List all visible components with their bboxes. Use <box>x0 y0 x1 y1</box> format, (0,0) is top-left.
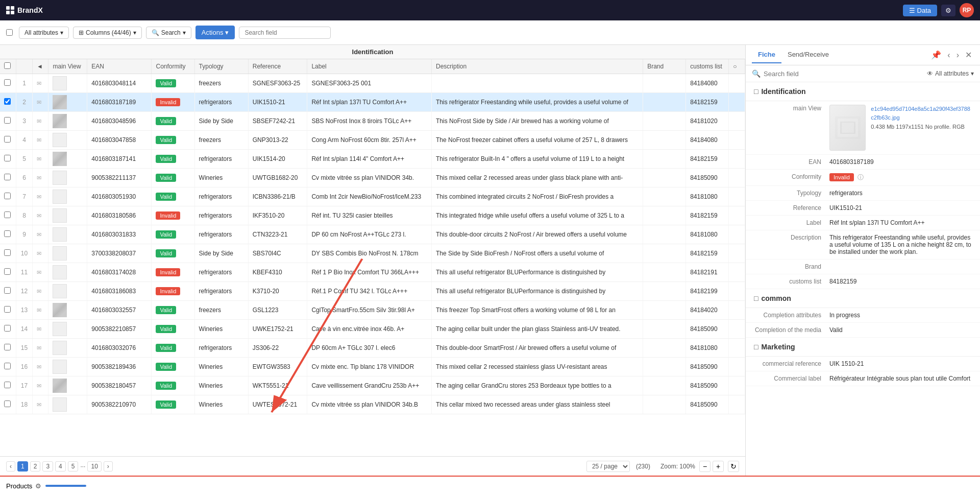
table-row[interactable]: 10 ✉ 3700338208037 Valid Side by Side SB… <box>0 244 745 263</box>
row-customs: 84181080 <box>686 339 729 358</box>
row-label: SGNESF3063-25 001 <box>307 74 432 93</box>
table-row[interactable]: 4 ✉ 4016803047858 Valid freezers GNP3013… <box>0 131 745 150</box>
row-brand <box>643 150 686 169</box>
page-10-btn[interactable]: 10 <box>87 461 101 472</box>
product-image[interactable] <box>829 105 866 151</box>
next-record-btn[interactable]: › <box>954 49 961 62</box>
table-row[interactable]: 11 ✉ 4016803174028 Invalid refrigerators… <box>0 263 745 282</box>
row-checkbox[interactable] <box>4 79 11 86</box>
th-mainview[interactable]: main View <box>48 59 87 74</box>
row-icon: ✉ <box>32 339 48 358</box>
row-checkbox-cell <box>0 187 16 206</box>
all-attributes-btn[interactable]: All attributes ▾ <box>19 27 69 39</box>
user-avatar[interactable]: RP <box>960 3 974 17</box>
row-checkbox[interactable] <box>4 268 11 275</box>
table-row[interactable]: 3 ✉ 4016803048596 Valid Side by Side SBS… <box>0 112 745 131</box>
actions-btn[interactable]: Actions ▾ <box>195 26 235 39</box>
th-brand[interactable]: Brand <box>643 59 686 74</box>
th-reference[interactable]: Reference <box>248 59 307 74</box>
th-ean[interactable]: EAN <box>87 59 152 74</box>
identification-section[interactable]: □ Identification <box>746 82 980 101</box>
panel-search-input[interactable] <box>764 70 924 78</box>
header-checkbox[interactable] <box>4 62 11 69</box>
th-label[interactable]: Label <box>307 59 432 74</box>
table-row[interactable]: 9 ✉ 4016803031833 Valid refrigerators CT… <box>0 225 745 244</box>
pin-icon[interactable]: 📌 <box>929 48 943 62</box>
search-btn[interactable]: 🔍 Search ▾ <box>146 27 191 39</box>
email-icon: ✉ <box>37 364 41 370</box>
table-row[interactable]: 18 ✉ 9005382210970 Valid Wineries UWTES1… <box>0 395 745 414</box>
row-checkbox-cell <box>0 358 16 376</box>
row-typology: refrigerators <box>194 206 248 225</box>
table-row[interactable]: 15 ✉ 4016803032076 Valid refrigerators J… <box>0 339 745 358</box>
row-label: CglTop SmartFro.55cm Silv 3tir.98l A+ <box>307 301 432 320</box>
page-5-btn[interactable]: 5 <box>68 461 79 472</box>
row-checkbox[interactable] <box>4 306 11 313</box>
th-typology[interactable]: Typology <box>194 59 248 74</box>
row-checkbox[interactable] <box>4 249 11 256</box>
prev-record-btn[interactable]: ‹ <box>945 49 952 62</box>
close-panel-btn[interactable]: ✕ <box>963 48 974 62</box>
zoom-out-btn[interactable]: − <box>699 461 710 472</box>
row-checkbox[interactable] <box>4 155 11 161</box>
row-checkbox[interactable] <box>4 174 11 180</box>
table-row[interactable]: 12 ✉ 4016803186083 Invalid refrigerators… <box>0 282 745 301</box>
row-checkbox[interactable] <box>4 363 11 369</box>
row-checkbox[interactable] <box>4 344 11 350</box>
table-row[interactable]: 14 ✉ 9005382210857 Valid Wineries UWKE17… <box>0 320 745 339</box>
search-input[interactable] <box>239 27 331 39</box>
marketing-section[interactable]: □ Marketing <box>746 338 980 357</box>
zoom-in-btn[interactable]: + <box>713 461 724 472</box>
per-page-select[interactable]: 25 / page <box>586 461 630 472</box>
page-1-btn[interactable]: 1 <box>17 461 28 472</box>
table-row[interactable]: 5 ✉ 4016803187141 Valid refrigerators UI… <box>0 150 745 169</box>
table-row[interactable]: 17 ✉ 9005382180457 Valid Wineries WKT555… <box>0 376 745 395</box>
row-label: Cong Arm NoFrost 60cm 8tir. 257l A++ <box>307 131 432 150</box>
row-brand <box>643 244 686 263</box>
page-4-btn[interactable]: 4 <box>55 461 66 472</box>
columns-btn[interactable]: ⊞ Columns (44/46) ▾ <box>73 27 142 39</box>
product-thumbnail-placeholder <box>53 341 67 355</box>
info-icon[interactable]: ⓘ <box>857 174 864 181</box>
product-thumbnail <box>53 303 67 317</box>
refresh-btn[interactable]: ↻ <box>728 461 739 472</box>
row-checkbox[interactable] <box>4 136 11 143</box>
data-module-btn[interactable]: ☰ Data <box>903 5 937 16</box>
page-2-btn[interactable]: 2 <box>30 461 41 472</box>
th-customs[interactable]: customs list <box>686 59 729 74</box>
row-checkbox[interactable] <box>4 98 11 105</box>
th-description[interactable]: Description <box>432 59 643 74</box>
workflow-btn[interactable]: ⚙ <box>941 5 955 16</box>
common-section[interactable]: □ common <box>746 289 980 308</box>
panel-attr-filter[interactable]: 👁 All attributes ▾ <box>927 70 974 77</box>
settings-icon[interactable]: ⚙ <box>35 482 41 490</box>
th-conformity[interactable]: Conformity <box>152 59 194 74</box>
row-checkbox[interactable] <box>4 382 11 388</box>
row-checkbox[interactable] <box>4 193 11 199</box>
table-row[interactable]: 16 ✉ 9005382189436 Valid Wineries EWTGW3… <box>0 358 745 376</box>
row-reference: GSL1223 <box>248 301 307 320</box>
row-checkbox[interactable] <box>4 400 11 407</box>
next-page-btn[interactable]: › <box>104 461 113 472</box>
conformity-badge: Invalid <box>156 268 180 276</box>
table-row[interactable]: 6 ✉ 9005382211137 Valid Wineries UWTGB16… <box>0 169 745 187</box>
row-checkbox[interactable] <box>4 325 11 332</box>
product-thumbnail-placeholder <box>53 360 67 374</box>
table-row[interactable]: 8 ✉ 4016803180586 Invalid refrigerators … <box>0 206 745 225</box>
row-checkbox[interactable] <box>4 230 11 237</box>
page-3-btn[interactable]: 3 <box>42 461 53 472</box>
tab-send-receive[interactable]: Send/Receive <box>781 46 835 63</box>
row-checkbox[interactable] <box>4 211 11 218</box>
table-row[interactable]: 1 ✉ 4016803048114 Valid freezers SGNESF3… <box>0 74 745 93</box>
row-checkbox[interactable] <box>4 287 11 294</box>
tab-fiche[interactable]: Fiche <box>752 46 781 63</box>
table-row[interactable]: 2 ✉ 4016803187189 Invalid refrigerators … <box>0 93 745 112</box>
select-all-checkbox[interactable] <box>6 29 13 36</box>
row-checkbox-cell <box>0 112 16 131</box>
row-icon: ✉ <box>32 376 48 395</box>
typology-label: Typology <box>754 190 825 197</box>
row-checkbox[interactable] <box>4 117 11 124</box>
table-row[interactable]: 7 ✉ 4016803051930 Valid refrigerators IC… <box>0 187 745 206</box>
table-row[interactable]: 13 ✉ 4016803032557 Valid freezers GSL122… <box>0 301 745 320</box>
prev-page-btn[interactable]: ‹ <box>6 461 15 472</box>
